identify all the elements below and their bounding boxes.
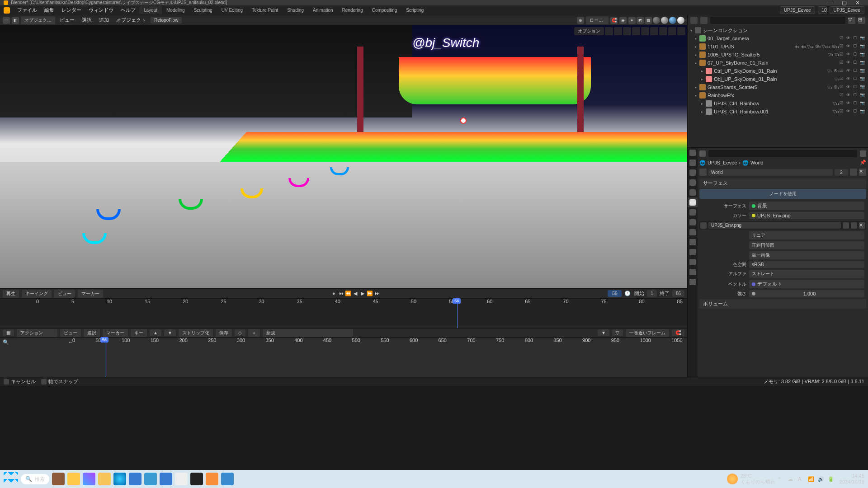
timeline-playhead[interactable]: 56 [457, 299, 458, 328]
image-open-icon[interactable] [843, 222, 849, 229]
vp-menu-add[interactable]: 追加 [96, 17, 112, 23]
color-value[interactable]: UPJS_Env.png [749, 212, 864, 219]
taskbar-search[interactable]: 🔍検索 [21, 474, 49, 484]
jump-start-icon[interactable]: ⏮ [338, 291, 344, 296]
prop-tab-tool-icon[interactable] [688, 148, 698, 158]
menu-file[interactable]: ファイル [14, 7, 41, 14]
alpha-dropdown[interactable]: ストレート [749, 270, 864, 278]
render-disable-icon[interactable]: 📷 [860, 44, 865, 49]
world-user-count[interactable]: 2 [835, 169, 848, 176]
exclude-icon[interactable]: ☑ [840, 52, 845, 57]
scene-count[interactable]: 10 [818, 6, 827, 14]
dopesheet-playhead[interactable]: 56 [105, 338, 105, 377]
timeline-ruler[interactable]: 0510152025303540455055606570758085 56 [0, 298, 687, 328]
workspace-tab-compositing[interactable]: Compositing [368, 6, 402, 14]
outliner-row[interactable]: ▸Obj_UP_SkyDome_01_Rain▽₆☑👁🖵📷 [689, 75, 867, 83]
workspace-tab-uv[interactable]: UV Editing [217, 6, 247, 14]
exclude-icon[interactable]: ☑ [840, 68, 845, 74]
outliner-search-input[interactable] [710, 17, 845, 24]
hide-icon[interactable]: 👁 [846, 93, 852, 98]
outliner-display-mode-icon[interactable] [700, 17, 708, 24]
workspace-tab-rendering[interactable]: Rendering [338, 6, 368, 14]
taskbar-app-6-icon[interactable] [160, 473, 172, 485]
tray-chevron-icon[interactable]: ^ [778, 476, 784, 482]
hide-icon[interactable]: 👁 [846, 109, 852, 114]
outliner-row[interactable]: ▸Ctrl_UP_SkyDome_01_Rain▽₅ ⦿₄☑👁🖵📷 [689, 67, 867, 75]
shading-solid-icon[interactable] [661, 17, 668, 24]
play-rev-icon[interactable]: ◀ [352, 291, 359, 296]
taskbar-weather[interactable]: 28°C くもりのち晴れ [727, 473, 775, 485]
opt-icon-9[interactable] [677, 27, 685, 35]
taskbar-app-8-icon[interactable] [221, 473, 234, 485]
taskbar-app-edge-icon[interactable] [113, 473, 126, 485]
outliner-row[interactable]: ▸07_UP_SkyDome_01_Rain☑👁🖵📷 [689, 59, 867, 67]
outliner-newcol-icon[interactable]: ⊞ [858, 17, 865, 24]
disclosure-icon[interactable]: ▸ [695, 45, 699, 49]
taskbar-app-terminal-icon[interactable] [190, 473, 203, 485]
hide-icon[interactable]: 👁 [846, 76, 852, 82]
outliner-editor-icon[interactable] [690, 17, 698, 24]
render-disable-icon[interactable]: 📷 [860, 60, 865, 66]
menu-help[interactable]: ヘルプ [117, 7, 139, 14]
outliner-filter-icon[interactable]: ▽ [848, 17, 855, 24]
xray-icon[interactable]: ▦ [645, 17, 652, 24]
taskbar-app-folder-icon[interactable] [98, 473, 111, 485]
vp-menu-object[interactable]: オブジェクト [113, 17, 149, 23]
viewport-disable-icon[interactable]: 🖵 [853, 101, 859, 106]
dope-marker-menu[interactable]: マーカー [103, 329, 128, 337]
vector-dropdown[interactable]: デフォルト [749, 280, 864, 288]
workspace-tab-texpaint[interactable]: Texture Paint [247, 6, 283, 14]
prop-tab-object-icon[interactable] [688, 207, 698, 217]
prop-tab-data-icon[interactable] [688, 257, 698, 267]
world-name-field[interactable]: World [708, 169, 833, 176]
shading-rendered-icon[interactable] [677, 17, 684, 24]
hide-icon[interactable]: 👁 [846, 60, 852, 66]
editor-type-icon[interactable]: ⬚ [3, 17, 10, 24]
tray-cloud-icon[interactable]: ☁ [788, 476, 794, 482]
dope-add-icon[interactable]: ＋ [248, 329, 260, 337]
world-icon[interactable] [699, 169, 707, 176]
interpolation-dropdown[interactable]: リニア [749, 231, 864, 239]
prev-key-icon[interactable]: ⏪ [345, 291, 351, 296]
jump-end-icon[interactable]: ⏭ [374, 291, 380, 296]
prop-editor-icon[interactable] [699, 150, 706, 157]
dope-nearest-dropdown[interactable]: 一番近いフレーム [626, 329, 669, 337]
menu-render[interactable]: レンダー [58, 7, 85, 14]
opt-icon-3[interactable] [623, 27, 631, 35]
hide-icon[interactable]: 👁 [846, 36, 852, 41]
world-unlink-icon[interactable]: ✕ [859, 169, 866, 176]
shading-matprev-icon[interactable] [669, 17, 676, 24]
timeline-marker-menu[interactable]: マーカー [78, 290, 103, 298]
viewport-disable-icon[interactable]: 🖵 [853, 84, 859, 90]
opt-icon-1[interactable] [605, 27, 613, 35]
use-nodes-button[interactable]: ノードを使用 [699, 189, 866, 199]
strength-input[interactable]: 1.000 [749, 290, 864, 297]
image-unlink-icon[interactable]: ✕ [859, 222, 865, 229]
tray-wifi-icon[interactable]: 📶 [808, 476, 814, 482]
exclude-icon[interactable]: ☑ [840, 84, 845, 90]
dope-strip-btn[interactable]: ストリップ化 [179, 329, 213, 337]
prop-tab-render-icon[interactable] [688, 158, 698, 168]
prop-search-input[interactable] [708, 150, 857, 157]
render-disable-icon[interactable]: 📷 [860, 93, 865, 98]
end-frame-input[interactable]: 86 [672, 290, 684, 297]
prop-tab-physics-icon[interactable] [688, 237, 698, 247]
taskbar-clock[interactable]: 14:45 2024/10/19 [840, 473, 864, 485]
opt-icon-8[interactable] [668, 27, 676, 35]
menu-window[interactable]: ウィンドウ [85, 7, 117, 14]
viewport-disable-icon[interactable]: 🖵 [853, 60, 859, 66]
exclude-icon[interactable]: ☑ [840, 93, 845, 98]
tray-ime-icon[interactable]: A [798, 476, 804, 482]
prop-tab-output-icon[interactable] [688, 168, 698, 178]
pivot-dropdown[interactable]: ロー… [586, 16, 609, 24]
dope-layer-down-icon[interactable]: ▼ [164, 329, 176, 336]
outliner-row[interactable]: ▸UPJS_Ctrl_Rainbow▽₁₁☑👁🖵📷 [689, 99, 867, 108]
next-key-icon[interactable]: ⏩ [367, 291, 373, 296]
play-icon[interactable]: ▶ [359, 291, 366, 296]
outliner-row[interactable]: ▸1101_UPJS◈₃ ◈₃ ▽₁₃ ⦿₈ ▽₂₆₂ ⦿₁₃☑👁🖵📷 [689, 42, 867, 51]
render-disable-icon[interactable]: 📷 [860, 84, 865, 90]
render-disable-icon[interactable]: 📷 [860, 52, 865, 57]
source-dropdown[interactable]: 単一画像 [749, 251, 864, 259]
outliner-row[interactable]: ▸00_Target_camera☑👁🖵📷 [689, 34, 867, 42]
taskbar-app-1-icon[interactable] [52, 473, 65, 485]
